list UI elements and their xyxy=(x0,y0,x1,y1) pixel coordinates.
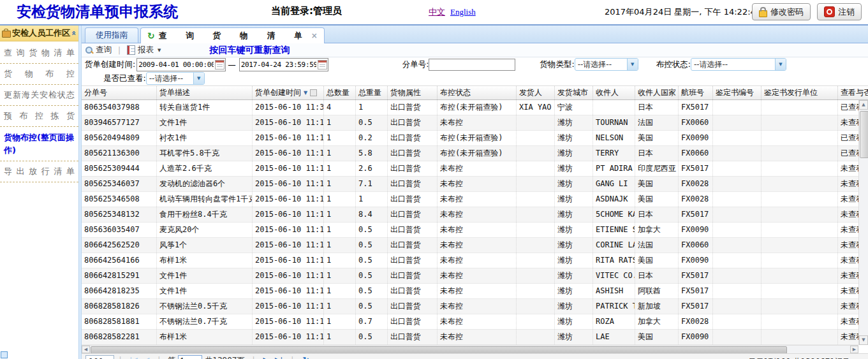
report-button[interactable]: 报表 ▼ xyxy=(123,45,165,55)
close-tab-icon[interactable]: × xyxy=(311,31,318,40)
toolbar: 查询 | 报表 ▼ 按回车键可重新查询 xyxy=(82,43,868,57)
table-row[interactable]: 806828581881不锈钢法兰0.7千克2015-06-10 11:18:3… xyxy=(82,314,868,330)
column-header[interactable]: 收件人国家 xyxy=(635,86,679,99)
table-cell: 0.7 xyxy=(356,314,388,329)
column-header[interactable]: 发货城市 xyxy=(555,86,593,99)
table-row[interactable]: 806828581826不锈钢法兰0.5千克2015-06-10 11:18:3… xyxy=(82,299,868,314)
column-menu-icon[interactable] xyxy=(310,89,317,96)
control-status-select[interactable]: --请选择-- ▼ xyxy=(691,58,786,71)
sidebar-item[interactable]: 货物布控 xyxy=(0,64,78,85)
sidebar-item[interactable]: 货物布控(整页面操作) xyxy=(0,127,78,161)
page-title: 安检货物清单预申报系统 xyxy=(17,2,178,22)
current-login: 当前登录:管理员 xyxy=(271,5,342,17)
table-row[interactable]: 806642562520风筝1个2015-06-10 11:18:3610.5出… xyxy=(82,238,868,253)
lang-link-zh[interactable]: 中文 xyxy=(429,7,445,17)
column-header-label: 分单号 xyxy=(84,87,107,98)
scroll-up-icon[interactable]: ▲ xyxy=(859,100,868,110)
table-row[interactable]: 805620494809衬衣1件2015-06-10 11:18:3610.2出… xyxy=(82,131,868,146)
table-row[interactable]: 806642815291文件1件2015-06-10 11:18:3610.5出… xyxy=(82,268,868,284)
change-password-button[interactable]: 修改密码 xyxy=(752,3,811,20)
first-page-icon[interactable]: |◀ xyxy=(130,355,138,359)
column-header[interactable]: 鉴定书编号 xyxy=(713,86,761,99)
column-header[interactable]: 总重量 xyxy=(356,86,388,99)
refresh-icon[interactable]: ↻ xyxy=(302,355,309,359)
column-header[interactable]: 布控状态 xyxy=(438,86,517,99)
table-cell: 出口普货 xyxy=(388,161,438,176)
last-page-icon[interactable]: ▶| xyxy=(275,355,283,359)
sidebar-item[interactable]: 预布控拣货 xyxy=(0,106,78,127)
tab-user-guide[interactable]: 使用指南 xyxy=(85,27,138,43)
table-row[interactable]: 805636035407麦克风20个2015-06-10 11:18:3610.… xyxy=(82,223,868,238)
table-row[interactable]: 806642818235文件1件2015-06-10 11:18:3610.5出… xyxy=(82,284,868,299)
column-header[interactable]: 收件人 xyxy=(593,86,635,99)
table-row[interactable]: 805625309444人造革2.6千克2015-06-10 11:18:361… xyxy=(82,161,868,177)
table-cell: 805636035407 xyxy=(82,223,157,237)
viewed-select[interactable]: --请选择-- ▼ xyxy=(146,72,205,85)
logout-button[interactable]: 注销 xyxy=(817,3,862,20)
table-cell: 潍坊 xyxy=(555,192,593,207)
query-button[interactable]: 查询 xyxy=(82,45,115,55)
scroll-right-icon[interactable]: ▶ xyxy=(850,346,858,353)
column-header-label: 发货人 xyxy=(519,87,542,98)
vertical-scroll-thumb[interactable] xyxy=(860,111,868,158)
column-header[interactable]: 货单创建时间▼ xyxy=(253,86,324,99)
table-row[interactable]: 806642564166布样1米2015-06-10 11:18:3610.5出… xyxy=(82,253,868,268)
table-cell: 出口普货 xyxy=(388,223,438,237)
waybill-input[interactable] xyxy=(429,59,515,71)
table-row[interactable]: 806354037988转关自送货1件2015-06-10 11:31:5541… xyxy=(82,100,868,115)
table-row[interactable]: 805625346508机动车辆用转向盘零件1千克2015-06-10 11:1… xyxy=(82,192,868,207)
column-header[interactable]: 货单描述 xyxy=(157,86,253,99)
table-cell: 衬衣1件 xyxy=(157,131,253,145)
created-from-input[interactable] xyxy=(137,59,215,70)
column-header[interactable]: 货物属性 xyxy=(388,86,438,99)
table-cell xyxy=(713,330,761,344)
scroll-left-icon[interactable]: ◀ xyxy=(82,346,90,353)
horizontal-scrollbar[interactable]: ◀ ▶ xyxy=(82,345,858,353)
table-cell: 5CHOME KAI xyxy=(593,207,635,222)
workzone-icon xyxy=(2,31,11,38)
created-time-label: 货单创建时间: xyxy=(85,59,135,70)
calendar-icon[interactable] xyxy=(318,60,327,70)
scroll-down-icon[interactable]: ▼ xyxy=(859,335,868,345)
table-cell xyxy=(517,115,555,130)
table-cell: 2015-06-10 11:18:36 xyxy=(253,299,324,314)
column-header[interactable]: 查看与否 xyxy=(838,86,868,99)
sidebar-item[interactable]: 更新海关安检状态 xyxy=(0,85,78,106)
scroll-corner-box[interactable] xyxy=(1,351,8,358)
table-row[interactable]: 806828582281布样1米2015-06-10 11:18:3610.5出… xyxy=(82,330,868,345)
vertical-scrollbar[interactable]: ▲ ▼ xyxy=(858,100,868,345)
select-arrow-icon: ▼ xyxy=(193,73,204,84)
table-cell: RITA RATSI xyxy=(593,253,635,268)
table-row[interactable]: 803946577127文件1件2015-06-10 11:18:3610.5出… xyxy=(82,115,868,131)
table-cell: 2015-06-10 11:18:36 xyxy=(253,192,324,207)
table-cell: 806642564166 xyxy=(82,253,157,268)
sidebar-header[interactable]: 安检人员工作区 « xyxy=(0,26,78,41)
table-cell: 未布控 xyxy=(438,330,517,344)
calendar-icon[interactable] xyxy=(215,60,224,70)
table-cell: FX0028 xyxy=(679,192,713,207)
column-header[interactable]: 发货人 xyxy=(517,86,555,99)
refresh-tab-icon[interactable]: ↻ xyxy=(147,31,155,40)
sidebar-item[interactable]: 查询货物清单 xyxy=(0,43,78,64)
next-page-icon[interactable]: ▶ xyxy=(263,355,268,359)
created-to-input[interactable] xyxy=(240,59,318,70)
column-header[interactable]: 航班号 xyxy=(679,86,713,99)
page-number-input[interactable] xyxy=(178,355,202,359)
table-cell: 0.5 xyxy=(356,238,388,253)
table-row[interactable]: 805621136300耳机零件5.8千克2015-06-10 11:18:36… xyxy=(82,146,868,161)
page-size-select[interactable]: 100 ▼ xyxy=(85,355,114,359)
tab-query-cargo-list[interactable]: ↻ 查询货物清单 × xyxy=(140,27,325,43)
table-cell: FX5017 xyxy=(679,207,713,222)
table-row[interactable]: 805625346037发动机的滤油器6个2015-06-10 11:18:36… xyxy=(82,177,868,192)
cargo-type-select[interactable]: --请选择-- ▼ xyxy=(575,58,638,71)
table-cell: 0.5 xyxy=(356,330,388,344)
lang-link-en[interactable]: English xyxy=(450,7,476,17)
table-cell: 2015-06-10 11:18:36 xyxy=(253,177,324,191)
prev-page-icon[interactable]: ◀ xyxy=(144,355,149,359)
table-row[interactable]: 805625348132食用干粉丝8.4千克2015-06-10 11:18:3… xyxy=(82,207,868,223)
column-header[interactable]: 分单号 xyxy=(82,86,157,99)
table-cell: FX0060 xyxy=(679,146,713,161)
sidebar-item[interactable]: 导出放行清单 xyxy=(0,161,78,182)
column-header[interactable]: 总数量 xyxy=(324,86,356,99)
column-header[interactable]: 鉴定书发行单位 xyxy=(761,86,838,99)
